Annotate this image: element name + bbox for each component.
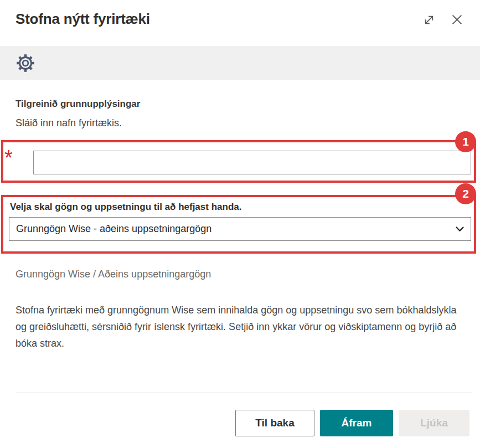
- chevron-down-icon: [456, 226, 464, 232]
- package-subtitle: Grunngögn Wise / Aðeins uppsetningargögn: [16, 269, 211, 280]
- footer-divider: [16, 393, 472, 393]
- required-asterisk: *: [4, 147, 13, 168]
- close-icon[interactable]: [450, 12, 464, 27]
- create-company-dialog: Stofna nýtt fyrirtæki: [0, 0, 480, 448]
- back-button[interactable]: Til baka: [235, 410, 314, 436]
- section-heading: Tilgreinið grunnupplýsingar: [16, 99, 140, 110]
- finish-button[interactable]: Ljúka: [399, 410, 469, 436]
- data-package-selected-value: Grunngögn Wise - aðeins uppsetningargögn: [16, 223, 456, 235]
- data-package-select[interactable]: Grunngögn Wise - aðeins uppsetningargögn: [9, 217, 471, 241]
- annotation-badge-2: 2: [455, 183, 476, 204]
- instruction-text: Sláið inn nafn fyrirtækis.: [16, 117, 122, 129]
- package-description: Stofna fyrirtæki með grunngögnum Wise se…: [16, 302, 465, 352]
- company-name-input[interactable]: [33, 151, 471, 174]
- data-select-label: Velja skal gögn og uppsetningu til að he…: [10, 202, 241, 213]
- settings-gear-icon[interactable]: [14, 52, 37, 74]
- annotation-badge-1: 1: [455, 131, 476, 152]
- dialog-toolbar: [0, 46, 480, 80]
- page-title: Stofna nýtt fyrirtæki: [16, 11, 150, 28]
- next-button[interactable]: Áfram: [320, 410, 393, 436]
- expand-icon[interactable]: [421, 12, 436, 27]
- window-controls: [421, 12, 464, 27]
- annotation-box-2: Velja skal gögn og uppsetningu til að he…: [1, 195, 476, 254]
